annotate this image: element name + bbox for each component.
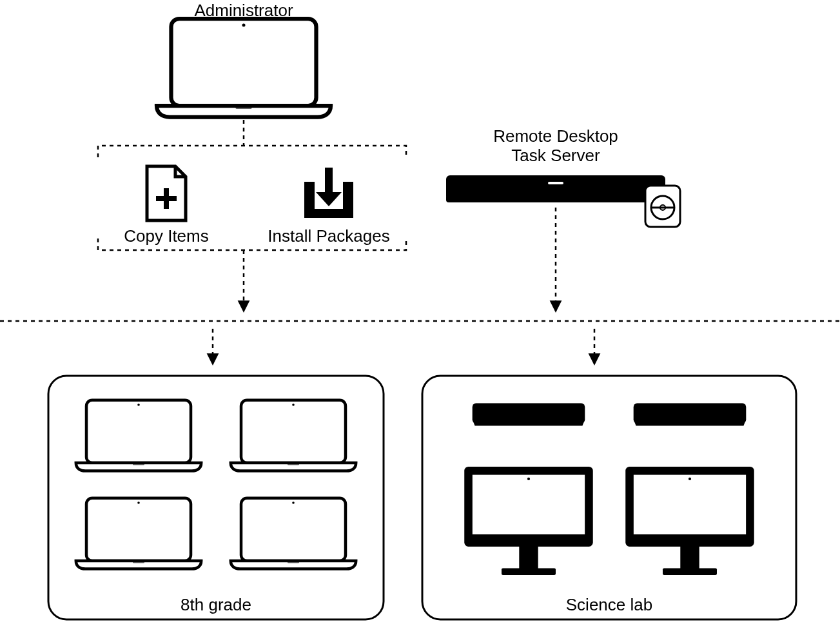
disc-icon	[645, 186, 680, 227]
science-mini-2	[634, 404, 747, 426]
install-packages-icon	[304, 168, 353, 218]
remote-desktop-label-line2: Task Server	[511, 146, 600, 165]
science-mini-1	[473, 404, 585, 426]
install-packages-label: Install Packages	[268, 226, 389, 246]
admin-laptop-icon	[157, 19, 331, 117]
science-display-2	[625, 467, 754, 575]
remote-desktop-label-line1: Remote Desktop	[493, 126, 618, 146]
client-laptop-4	[231, 498, 356, 569]
task-server-icon	[446, 175, 665, 202]
client-laptop-1	[76, 400, 201, 471]
science-display-1	[464, 467, 593, 575]
client-laptop-3	[76, 498, 201, 569]
copy-items-label: Copy Items	[124, 226, 209, 246]
copy-items-icon	[147, 166, 186, 220]
client-laptop-2	[231, 400, 356, 471]
group-left-label: 8th grade	[181, 595, 251, 614]
group-right-label: Science lab	[566, 595, 652, 614]
